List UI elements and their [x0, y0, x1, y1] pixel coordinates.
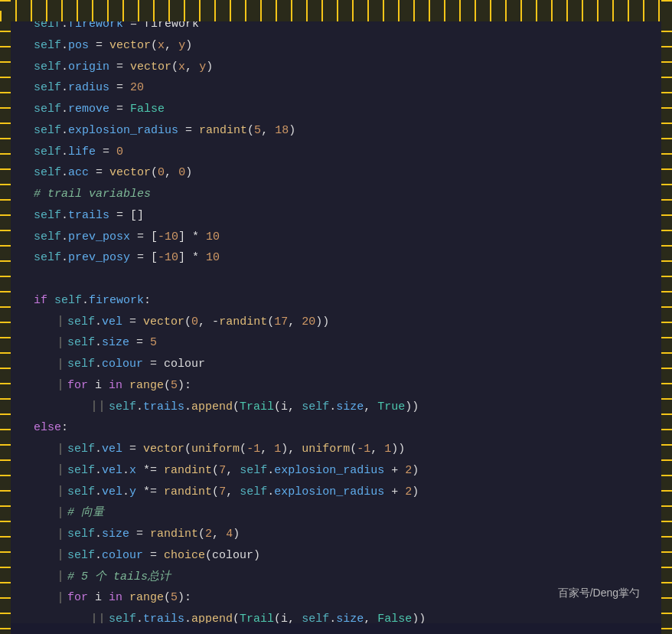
code-line: self.size = randint(2, 4) — [26, 524, 661, 545]
code-line: self.vel.x *= randint(7, self.explosion_… — [26, 460, 661, 482]
code-line: if self.firework: — [26, 290, 661, 312]
code-line: self.trails.append(Trail(i, self.size, F… — [26, 609, 661, 623]
code-line: self.pos = vector(x, y) — [26, 35, 661, 57]
code-line — [26, 269, 661, 290]
code-line: # 向量 — [26, 502, 661, 524]
code-line: self.prev_posx = [-10] * 10 — [26, 227, 661, 248]
code-line: self.vel = vector(uniform(-1, 1), unifor… — [26, 439, 661, 460]
watermark-text: 百家号/Deng掌勺 — [558, 583, 640, 603]
code-line: self.acc = vector(0, 0) — [26, 162, 661, 184]
code-line: # trail variables — [26, 184, 661, 205]
code-line: self.vel.y *= randint(7, self.explosion_… — [26, 482, 661, 503]
code-line: else: — [26, 417, 661, 439]
ruler-bottom — [0, 11, 672, 21]
ruler-right — [661, 0, 672, 634]
ruler-top — [0, 0, 672, 11]
code-area: self.firework = firework self.pos = vect… — [11, 11, 661, 623]
code-line: for i in range(5): — [26, 375, 661, 397]
code-line: self.prev_posy = [-10] * 10 — [26, 247, 661, 269]
code-line: self.size = 5 — [26, 332, 661, 354]
code-line: self.life = 0 — [26, 142, 661, 163]
code-line: self.trails.append(Trail(i, self.size, T… — [26, 397, 661, 418]
code-line: self.origin = vector(x, y) — [26, 57, 661, 78]
code-line: self.colour = colour — [26, 354, 661, 375]
code-line: self.radius = 20 — [26, 77, 661, 99]
code-line: self.trails = [] — [26, 205, 661, 227]
code-line: self.explosion_radius = randint(5, 18) — [26, 120, 661, 142]
code-line: self.vel = vector(0, -randint(17, 20)) — [26, 312, 661, 333]
code-line: self.colour = choice(colour) — [26, 545, 661, 567]
code-line: self.remove = False — [26, 99, 661, 120]
ruler-left — [0, 0, 11, 634]
